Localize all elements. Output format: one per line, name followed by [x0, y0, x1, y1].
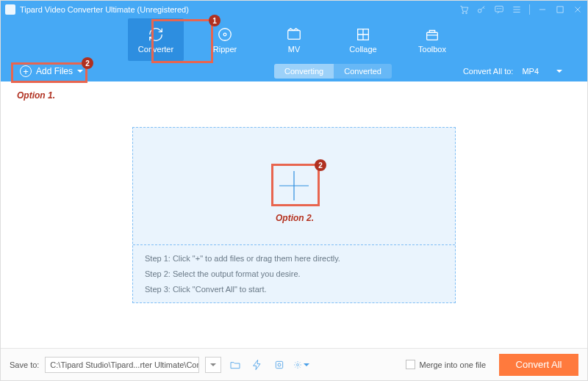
main-area: Step 1: Click "+" to add files or drag t… [1, 81, 587, 348]
settings-button[interactable] [293, 357, 309, 373]
add-files-button[interactable]: + Add Files [12, 62, 90, 80]
collage-icon [355, 26, 371, 43]
checkbox-box-icon [406, 360, 415, 369]
tab-toolbox-label: Toolbox [418, 45, 446, 54]
gpu-button[interactable] [271, 357, 287, 373]
svg-point-0 [462, 12, 464, 14]
svg-rect-10 [288, 30, 301, 39]
app-title: Tipard Video Converter Ultimate (Unregis… [20, 5, 189, 14]
save-to-label: Save to: [10, 360, 39, 369]
svg-point-4 [497, 9, 498, 10]
svg-point-15 [297, 363, 299, 366]
tab-collage[interactable]: Collage [335, 18, 391, 61]
titlebar-right [459, 4, 583, 15]
tab-converter-label: Converter [138, 45, 173, 54]
svg-point-1 [466, 12, 467, 14]
dropzone-top [133, 128, 455, 244]
chevron-down-icon [210, 363, 216, 366]
convert-all-to: Convert All to: MP4 [463, 65, 576, 77]
nav-tabs: Converter Ripper MV Collage Toolbox [1, 18, 587, 61]
dropzone-steps: Step 1: Click "+" to add files or drag t… [133, 245, 455, 302]
svg-point-9 [223, 33, 226, 36]
tab-collage-label: Collage [349, 45, 376, 54]
app-window: Tipard Video Converter Ultimate (Unregis… [0, 0, 588, 381]
plus-icon [276, 167, 312, 204]
tab-converting[interactable]: Converting [274, 64, 334, 79]
tab-mv-label: MV [288, 45, 301, 54]
toolbox-icon [424, 26, 440, 43]
output-format-value: MP4 [522, 67, 539, 76]
mv-icon [286, 26, 302, 43]
tab-mv[interactable]: MV [266, 18, 322, 61]
maximize-icon[interactable] [555, 4, 565, 15]
titlebar-separator [529, 4, 530, 15]
convert-all-button[interactable]: Convert All [499, 354, 578, 376]
cart-icon[interactable] [459, 4, 469, 15]
step-3-text: Step 3: Click "Convert All" to start. [145, 285, 443, 294]
merge-label: Merge into one file [420, 360, 487, 369]
svg-point-5 [499, 9, 500, 10]
svg-rect-13 [276, 361, 283, 368]
add-file-plus-button[interactable] [276, 167, 312, 204]
output-format-select[interactable]: MP4 [519, 65, 576, 77]
tab-ripper[interactable]: Ripper [197, 18, 253, 61]
app-logo-icon [5, 4, 15, 15]
feedback-icon[interactable] [494, 4, 504, 15]
subbar: + Add Files Converting Converted Convert… [1, 61, 587, 81]
dropzone[interactable]: Step 1: Click "+" to add files or drag t… [132, 127, 456, 303]
converter-icon [148, 26, 164, 43]
tab-toolbox[interactable]: Toolbox [404, 18, 460, 61]
minimize-icon[interactable] [537, 4, 548, 15]
convert-all-to-label: Convert All to: [463, 67, 513, 76]
svg-rect-12 [427, 32, 438, 40]
titlebar: Tipard Video Converter Ultimate (Unregis… [1, 1, 587, 18]
format-caret-icon [556, 70, 562, 73]
ripper-icon [217, 26, 233, 43]
merge-checkbox[interactable]: Merge into one file [406, 360, 487, 369]
save-to-dropdown-button[interactable] [205, 357, 221, 373]
svg-rect-7 [557, 7, 563, 12]
footer: Save to: C:\Tipard Studio\Tipard...rter … [1, 348, 587, 380]
save-to-path-value: C:\Tipard Studio\Tipard...rter Ultimate\… [50, 360, 199, 369]
status-segmented: Converting Converted [274, 64, 392, 79]
speed-button[interactable] [249, 357, 265, 373]
tab-converted[interactable]: Converted [334, 64, 392, 79]
menu-icon[interactable] [512, 4, 522, 15]
chevron-down-icon [304, 363, 309, 366]
svg-point-2 [478, 9, 481, 12]
svg-point-6 [501, 9, 501, 10]
open-folder-button[interactable] [227, 357, 243, 373]
titlebar-left: Tipard Video Converter Ultimate (Unregis… [5, 4, 189, 15]
close-icon[interactable] [573, 4, 583, 15]
svg-point-14 [278, 363, 281, 366]
tab-ripper-label: Ripper [213, 45, 237, 54]
add-files-caret-icon [77, 70, 83, 73]
save-to-path-field[interactable]: C:\Tipard Studio\Tipard...rter Ultimate\… [45, 357, 199, 373]
svg-point-8 [219, 28, 232, 40]
step-1-text: Step 1: Click "+" to add files or drag t… [145, 254, 443, 263]
add-files-plus-icon: + [20, 65, 32, 77]
key-icon[interactable] [476, 4, 487, 15]
add-files-label: Add Files [36, 66, 73, 76]
step-2-text: Step 2: Select the output format you des… [145, 269, 443, 278]
tab-converter[interactable]: Converter [128, 18, 184, 61]
